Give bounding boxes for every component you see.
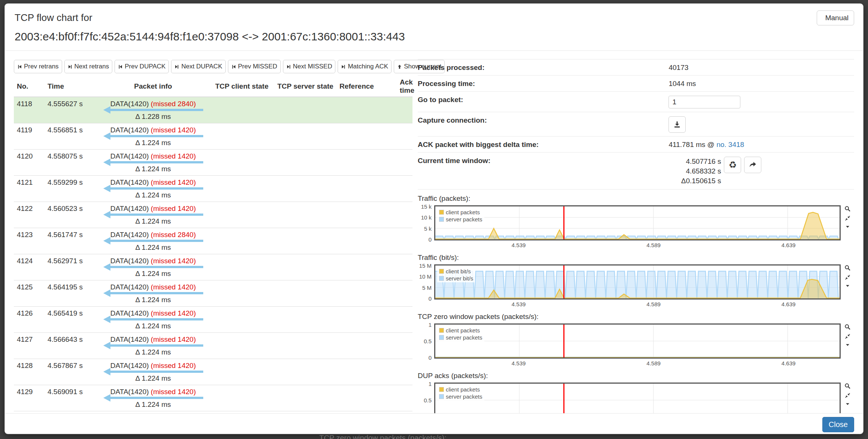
toolbar-button-label: Prev DUPACK — [125, 63, 165, 70]
empty-cell — [212, 307, 274, 333]
table-row[interactable]: 41284.567867 sDATA(1420) (missed 1420)Δ … — [14, 359, 412, 385]
empty-cell — [212, 280, 274, 307]
table-row[interactable]: 41224.560523 sDATA(1420) (missed 1420)Δ … — [14, 202, 412, 228]
details-panel: Packets processed: 40173 Processing time… — [418, 59, 854, 414]
apply-window-button[interactable] — [744, 157, 761, 173]
ack-delta-packet-link[interactable]: no. 3418 — [716, 141, 744, 148]
column-header: Time — [45, 76, 94, 97]
step-forward-icon — [174, 64, 179, 69]
missed-label: (missed 1420) — [151, 178, 196, 186]
caret-down-icon[interactable] — [845, 283, 850, 288]
chart-legend: client packetsserver packets — [437, 386, 484, 400]
magnifier-icon[interactable] — [844, 324, 851, 330]
step-backward-icon — [118, 64, 123, 69]
caret-down-icon[interactable] — [845, 224, 850, 229]
chart-plot-area[interactable]: client packetsserver packets — [434, 323, 841, 359]
packet-no: 4125 — [14, 280, 45, 307]
packet-data-label: DATA(1420) (missed 1420) — [103, 205, 203, 212]
toolbar-button-prev-dupack[interactable]: Prev DUPACK — [115, 60, 169, 73]
download-capture-button[interactable] — [668, 116, 686, 133]
packet-arrow-left — [110, 240, 203, 242]
traffic-packets-chart[interactable]: 05 k10 k15 kclient packetsserver packets… — [418, 205, 854, 249]
close-button[interactable]: Close — [822, 417, 854, 432]
packet-data-label: DATA(1420) (missed 1420) — [103, 152, 203, 160]
toolbar-button-prev-missed[interactable]: Prev MISSED — [228, 60, 281, 73]
chart-plot-area[interactable]: client packetsserver packets — [434, 383, 841, 414]
toolbar-button-prev-retrans[interactable]: Prev retrans — [14, 60, 62, 73]
empty-cell — [212, 385, 274, 411]
empty-cell — [397, 280, 412, 307]
magnifier-icon[interactable] — [844, 206, 851, 212]
table-row[interactable]: 41184.555627 sDATA(1420) (missed 2840)Δ … — [14, 97, 412, 123]
table-row[interactable]: 41294.569091 sDATA(1420) (missed 1420)Δ … — [14, 385, 412, 411]
ack-delta-value: 411.781 ms @ — [668, 141, 716, 148]
caret-down-icon[interactable] — [845, 343, 850, 347]
y-axis-labels: 00.51 — [418, 383, 434, 414]
traffic-bits-chart-section: Traffic (bit/s): 05 M10 M15 Mclient bit/… — [418, 254, 854, 308]
empty-cell — [336, 150, 397, 176]
packet-arrow-left — [110, 397, 203, 399]
table-row[interactable]: 41194.556851 sDATA(1420) (missed 1420)Δ … — [14, 123, 412, 150]
manual-button[interactable]: Manual — [817, 10, 854, 25]
magnifier-icon[interactable] — [844, 265, 851, 271]
arrow-up-icon — [397, 64, 402, 69]
step-backward-icon — [231, 64, 236, 69]
packet-data-label: DATA(1420) (missed 1420) — [103, 126, 203, 134]
compress-icon[interactable] — [845, 215, 850, 221]
packet-info: DATA(1420) (missed 2840)Δ 1.228 ms — [94, 97, 212, 123]
empty-cell — [397, 150, 412, 176]
table-row[interactable]: 41254.564195 sDATA(1420) (missed 1420)Δ … — [14, 280, 412, 307]
magnifier-icon[interactable] — [844, 383, 851, 389]
empty-cell — [274, 228, 336, 254]
legend-swatch — [439, 276, 444, 281]
zero-window-chart[interactable]: 00.51client packetsserver packets4.5394.… — [418, 323, 854, 367]
toolbar-button-next-missed[interactable]: Next MISSED — [283, 60, 336, 73]
toolbar-button-matching-ack[interactable]: Matching ACK — [338, 60, 392, 73]
compress-icon[interactable] — [845, 274, 850, 280]
modal-title: TCP flow chart for — [15, 12, 853, 24]
table-row[interactable]: 41204.558075 sDATA(1420) (missed 1420)Δ … — [14, 150, 412, 176]
goto-packet-input[interactable] — [668, 96, 740, 108]
table-row[interactable]: 41274.566643 sDATA(1420) (missed 1420)Δ … — [14, 333, 412, 359]
flow-list-panel: Prev retransNext retransPrev DUPACKNext … — [14, 59, 412, 414]
empty-cell — [274, 333, 336, 359]
empty-cell — [274, 202, 336, 228]
caret-down-icon[interactable] — [845, 402, 850, 406]
packet-time: 4.564195 s — [45, 280, 94, 307]
packet-data-label: DATA(1420) (missed 2840) — [103, 100, 203, 108]
chart-plot-area[interactable]: client packetsserver packets — [434, 205, 841, 240]
modal-footer: Close — [5, 413, 863, 434]
column-header: TCP server state — [274, 76, 336, 97]
table-row[interactable]: 41244.562971 sDATA(1420) (missed 1420)Δ … — [14, 254, 412, 280]
table-row[interactable]: 41264.565419 sDATA(1420) (missed 1420)Δ … — [14, 307, 412, 333]
table-row[interactable]: 41214.559299 sDATA(1420) (missed 1420)Δ … — [14, 176, 412, 202]
traffic-bits-chart[interactable]: 05 M10 M15 Mclient bit/sserver bit/s4.53… — [418, 264, 854, 308]
chart-title: DUP acks (packets/s): — [418, 372, 854, 380]
empty-cell — [274, 307, 336, 333]
dup-acks-chart[interactable]: 00.51client packetsserver packets4.5394.… — [418, 383, 854, 414]
empty-cell — [274, 280, 336, 307]
empty-cell — [274, 359, 336, 385]
packet-delta: Δ 1.224 ms — [103, 270, 203, 277]
toolbar-button-next-dupack[interactable]: Next DUPACK — [171, 60, 225, 73]
packet-delta: Δ 1.224 ms — [103, 243, 203, 251]
reset-window-button[interactable]: ♻ — [724, 157, 741, 173]
column-header: Reference — [336, 76, 397, 97]
processing-time-label: Processing time: — [418, 79, 668, 88]
chart-plot-area[interactable]: client bit/sserver bit/s — [434, 264, 841, 300]
missed-label: (missed 1420) — [151, 335, 196, 343]
packet-arrow-left — [110, 266, 203, 268]
packet-no: 4121 — [14, 176, 45, 202]
packet-info: DATA(1420) (missed 1420)Δ 1.224 ms — [94, 280, 212, 307]
time-window-row: Current time window: 4.507716 s 4.658332… — [418, 152, 854, 190]
table-row[interactable]: 41234.561747 sDATA(1420) (missed 2840)Δ … — [14, 228, 412, 254]
toolbar-button-next-retrans[interactable]: Next retrans — [64, 60, 113, 73]
empty-cell — [212, 254, 274, 280]
packet-data-label: DATA(1420) (missed 1420) — [103, 257, 203, 265]
packet-info: DATA(1420) (missed 1420)Δ 1.224 ms — [94, 385, 212, 411]
empty-cell — [336, 385, 397, 411]
packet-arrow-left — [110, 161, 203, 163]
compress-icon[interactable] — [845, 334, 850, 339]
compress-icon[interactable] — [845, 393, 850, 398]
packet-arrow-left — [110, 344, 203, 347]
